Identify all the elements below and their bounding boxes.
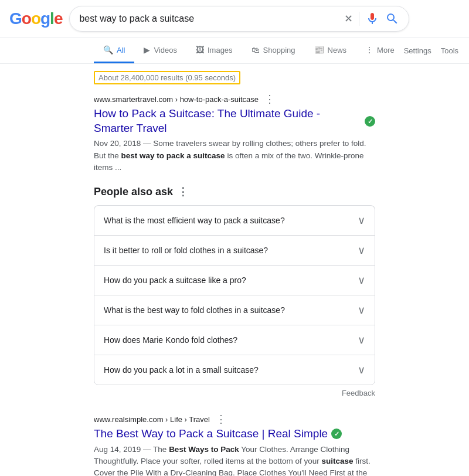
feedback-link[interactable]: Feedback (94, 385, 375, 401)
nav-tabs: 🔍 All ▶ Videos 🖼 Images 🛍 Shopping 📰 New… (0, 38, 469, 64)
tab-news[interactable]: 📰 News (305, 38, 356, 63)
result-snippet: Nov 20, 2018 — Some travelers swear by r… (94, 138, 375, 174)
results-count: About 28,400,000 results (0.95 seconds) (94, 71, 240, 84)
paa-chevron-icon: ∨ (358, 214, 365, 227)
paa-chevron-icon: ∨ (358, 363, 365, 376)
search-icon[interactable] (385, 12, 399, 26)
result-options-icon[interactable]: ⋮ (264, 93, 275, 106)
result-snippet-dash: — (143, 445, 153, 454)
mic-icon[interactable] (365, 12, 379, 26)
images-tab-icon: 🖼 (196, 45, 204, 55)
tab-shopping[interactable]: 🛍 Shopping (242, 38, 305, 63)
paa-question: Is it better to roll or fold clothes in … (104, 246, 268, 255)
paa-question: What is the best way to fold clothes in … (104, 305, 285, 315)
more-tab-icon: ⋮ (365, 45, 373, 55)
paa-chevron-icon: ∨ (358, 334, 365, 346)
paa-question: How does Marie Kondo fold clothes? (104, 335, 237, 345)
paa-chevron-icon: ∨ (358, 244, 365, 257)
tab-all[interactable]: 🔍 All (94, 38, 134, 63)
result-item: www.smartertravel.com › how-to-pack-a-su… (94, 93, 375, 174)
settings-link[interactable]: Settings (404, 46, 431, 55)
result-url-row: www.smartertravel.com › how-to-pack-a-su… (94, 93, 375, 106)
header: Google ✕ (0, 0, 469, 38)
main-content: About 28,400,000 results (0.95 seconds) … (0, 64, 469, 476)
paa-question: What is the most efficient way to pack a… (104, 216, 285, 225)
shopping-tab-icon: 🛍 (252, 45, 260, 55)
result-url-row: www.realsimple.com › Life › Travel ⋮ (94, 413, 375, 426)
paa-options-icon[interactable]: ⋮ (178, 185, 188, 198)
google-logo: Google (9, 9, 62, 28)
tab-news-label: News (328, 46, 347, 55)
result-date: Aug 14, 2019 (94, 445, 141, 454)
verified-badge (365, 116, 375, 127)
result-options-icon[interactable]: ⋮ (216, 413, 226, 426)
clear-icon[interactable]: ✕ (344, 12, 353, 25)
tab-all-label: All (117, 46, 125, 55)
search-input[interactable] (79, 13, 339, 24)
tab-images-label: Images (208, 46, 233, 55)
verified-badge (331, 429, 342, 439)
search-bar-icons: ✕ (344, 12, 399, 26)
tab-shopping-label: Shopping (263, 46, 295, 55)
paa-title: People also ask (94, 186, 173, 198)
result-snippet-dash: — (143, 139, 153, 148)
paa-item[interactable]: What is the best way to fold clothes in … (94, 295, 375, 325)
all-tab-icon: 🔍 (103, 45, 113, 55)
result-title-text: How to Pack a Suitcase: The Ultimate Gui… (94, 107, 361, 135)
tab-more[interactable]: ⋮ More (356, 38, 404, 63)
paa-chevron-icon: ∨ (358, 304, 365, 317)
result-title-link[interactable]: How to Pack a Suitcase: The Ultimate Gui… (94, 107, 375, 135)
result-title-link[interactable]: The Best Way to Pack a Suitcase | Real S… (94, 427, 375, 441)
paa-item[interactable]: Is it better to roll or fold clothes in … (94, 235, 375, 265)
result-url: www.smartertravel.com › how-to-pack-a-su… (94, 95, 259, 104)
divider-icon (359, 12, 359, 26)
tab-images[interactable]: 🖼 Images (186, 38, 242, 63)
result-item: www.realsimple.com › Life › Travel ⋮ The… (94, 413, 375, 476)
paa-question: How do you pack a lot in a small suitcas… (104, 365, 259, 375)
paa-question: How do you pack a suitcase like a pro? (104, 276, 246, 285)
result-url: www.realsimple.com › Life › Travel (94, 415, 210, 424)
tab-videos[interactable]: ▶ Videos (134, 38, 186, 63)
result-title-text: The Best Way to Pack a Suitcase | Real S… (94, 427, 328, 441)
paa-item[interactable]: How do you pack a lot in a small suitcas… (94, 355, 375, 385)
tab-videos-label: Videos (154, 46, 177, 55)
people-also-ask-section: People also ask ⋮ What is the most effic… (94, 185, 375, 401)
paa-chevron-icon: ∨ (358, 274, 365, 287)
result-date: Nov 20, 2018 (94, 139, 141, 148)
news-tab-icon: 📰 (314, 45, 324, 55)
videos-tab-icon: ▶ (144, 45, 150, 55)
search-bar[interactable]: ✕ (69, 6, 409, 32)
nav-settings: Settings Tools (404, 39, 458, 62)
paa-header: People also ask ⋮ (94, 185, 375, 198)
tab-more-label: More (377, 46, 395, 55)
tools-link[interactable]: Tools (441, 46, 458, 55)
paa-item[interactable]: What is the most efficient way to pack a… (94, 205, 375, 235)
paa-item[interactable]: How do you pack a suitcase like a pro? ∨ (94, 265, 375, 295)
paa-item[interactable]: How does Marie Kondo fold clothes? ∨ (94, 325, 375, 355)
result-snippet: Aug 14, 2019 — The Best Ways to Pack You… (94, 444, 375, 476)
